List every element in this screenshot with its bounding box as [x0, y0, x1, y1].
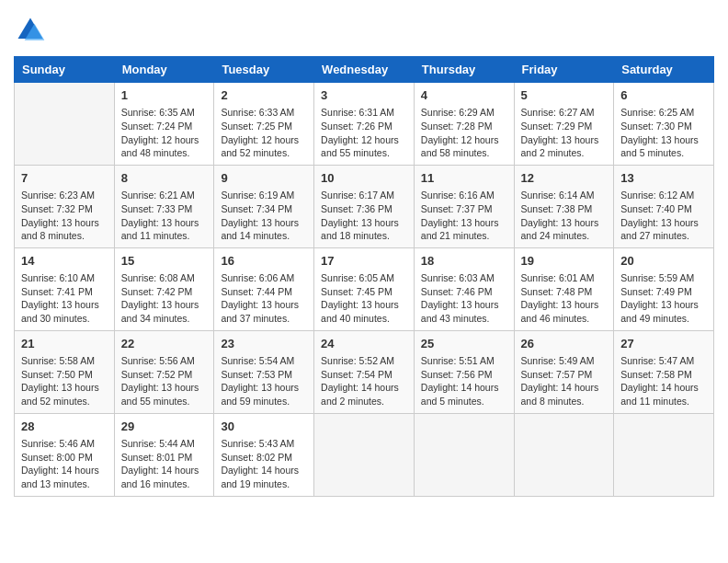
- day-header-saturday: Saturday: [614, 57, 714, 83]
- cell-content: Sunrise: 6:27 AM Sunset: 7:29 PM Dayligh…: [521, 106, 608, 160]
- cell-content: Sunrise: 5:52 AM Sunset: 7:54 PM Dayligh…: [321, 354, 407, 408]
- calendar-cell: 30Sunrise: 5:43 AM Sunset: 8:02 PM Dayli…: [214, 413, 314, 496]
- cell-content: Sunrise: 6:14 AM Sunset: 7:38 PM Dayligh…: [521, 189, 608, 243]
- day-header-monday: Monday: [114, 57, 214, 83]
- calendar-cell: 5Sunrise: 6:27 AM Sunset: 7:29 PM Daylig…: [514, 83, 614, 166]
- cell-content: Sunrise: 5:59 AM Sunset: 7:49 PM Dayligh…: [620, 271, 707, 326]
- cell-content: Sunrise: 6:31 AM Sunset: 7:26 PM Dayligh…: [321, 106, 407, 160]
- calendar-cell: 10Sunrise: 6:17 AM Sunset: 7:36 PM Dayli…: [314, 165, 415, 247]
- cell-content: Sunrise: 6:08 AM Sunset: 7:42 PM Dayligh…: [121, 271, 208, 326]
- header-row: SundayMondayTuesdayWednesdayThursdayFrid…: [15, 57, 714, 83]
- calendar-table: SundayMondayTuesdayWednesdayThursdayFrid…: [14, 56, 714, 497]
- calendar-cell: 24Sunrise: 5:52 AM Sunset: 7:54 PM Dayli…: [314, 330, 415, 413]
- calendar-cell: 13Sunrise: 6:12 AM Sunset: 7:40 PM Dayli…: [614, 165, 714, 247]
- calendar-cell: 2Sunrise: 6:33 AM Sunset: 7:25 PM Daylig…: [214, 83, 314, 166]
- week-row-5: 28Sunrise: 5:46 AM Sunset: 8:00 PM Dayli…: [15, 413, 714, 496]
- cell-content: Sunrise: 5:58 AM Sunset: 7:50 PM Dayligh…: [21, 354, 108, 408]
- calendar-cell: 29Sunrise: 5:44 AM Sunset: 8:01 PM Dayli…: [114, 413, 214, 496]
- day-number: 8: [121, 170, 208, 187]
- cell-content: Sunrise: 6:12 AM Sunset: 7:40 PM Dayligh…: [620, 189, 707, 243]
- cell-content: Sunrise: 6:23 AM Sunset: 7:32 PM Dayligh…: [21, 189, 108, 243]
- calendar-cell: 28Sunrise: 5:46 AM Sunset: 8:00 PM Dayli…: [15, 413, 115, 496]
- week-row-1: 1Sunrise: 6:35 AM Sunset: 7:24 PM Daylig…: [15, 83, 714, 166]
- day-header-tuesday: Tuesday: [214, 57, 314, 83]
- calendar-cell: 17Sunrise: 6:05 AM Sunset: 7:45 PM Dayli…: [314, 247, 415, 330]
- calendar-cell: 27Sunrise: 5:47 AM Sunset: 7:58 PM Dayli…: [614, 330, 714, 413]
- day-number: 21: [21, 336, 108, 352]
- cell-content: Sunrise: 6:10 AM Sunset: 7:41 PM Dayligh…: [21, 271, 108, 326]
- day-number: 2: [221, 87, 307, 104]
- cell-content: Sunrise: 6:33 AM Sunset: 7:25 PM Dayligh…: [221, 106, 307, 160]
- calendar-cell: 14Sunrise: 6:10 AM Sunset: 7:41 PM Dayli…: [15, 247, 115, 330]
- calendar-cell: 1Sunrise: 6:35 AM Sunset: 7:24 PM Daylig…: [114, 83, 214, 166]
- calendar-cell: 3Sunrise: 6:31 AM Sunset: 7:26 PM Daylig…: [314, 83, 415, 166]
- calendar-cell: 20Sunrise: 5:59 AM Sunset: 7:49 PM Dayli…: [614, 247, 714, 330]
- cell-content: Sunrise: 6:29 AM Sunset: 7:28 PM Dayligh…: [421, 106, 507, 160]
- calendar-cell: 4Sunrise: 6:29 AM Sunset: 7:28 PM Daylig…: [414, 83, 514, 166]
- cell-content: Sunrise: 6:05 AM Sunset: 7:45 PM Dayligh…: [321, 271, 407, 326]
- day-header-sunday: Sunday: [15, 57, 115, 83]
- day-number: 30: [221, 419, 307, 435]
- calendar-cell: [314, 413, 415, 496]
- day-number: 26: [521, 336, 608, 352]
- cell-content: Sunrise: 5:43 AM Sunset: 8:02 PM Dayligh…: [221, 437, 307, 491]
- cell-content: Sunrise: 6:35 AM Sunset: 7:24 PM Dayligh…: [121, 106, 208, 160]
- logo-icon: [14, 14, 47, 47]
- day-number: 5: [521, 87, 608, 104]
- day-header-thursday: Thursday: [414, 57, 514, 83]
- day-number: 12: [521, 170, 608, 187]
- day-number: 29: [121, 419, 208, 435]
- calendar-cell: 11Sunrise: 6:16 AM Sunset: 7:37 PM Dayli…: [414, 165, 514, 247]
- day-number: 3: [321, 87, 407, 104]
- cell-content: Sunrise: 5:49 AM Sunset: 7:57 PM Dayligh…: [521, 354, 608, 408]
- day-number: 14: [21, 253, 108, 270]
- calendar-cell: [15, 83, 115, 166]
- cell-content: Sunrise: 6:17 AM Sunset: 7:36 PM Dayligh…: [321, 189, 407, 243]
- calendar-cell: 9Sunrise: 6:19 AM Sunset: 7:34 PM Daylig…: [214, 165, 314, 247]
- calendar-cell: 19Sunrise: 6:01 AM Sunset: 7:48 PM Dayli…: [514, 247, 614, 330]
- calendar-cell: 18Sunrise: 6:03 AM Sunset: 7:46 PM Dayli…: [414, 247, 514, 330]
- calendar-cell: 26Sunrise: 5:49 AM Sunset: 7:57 PM Dayli…: [514, 330, 614, 413]
- calendar-cell: 25Sunrise: 5:51 AM Sunset: 7:56 PM Dayli…: [414, 330, 514, 413]
- cell-content: Sunrise: 6:06 AM Sunset: 7:44 PM Dayligh…: [221, 271, 307, 326]
- page-header: [14, 14, 714, 47]
- day-number: 27: [620, 336, 707, 352]
- day-header-wednesday: Wednesday: [314, 57, 415, 83]
- day-number: 23: [221, 336, 307, 352]
- calendar-cell: [614, 413, 714, 496]
- calendar-cell: 22Sunrise: 5:56 AM Sunset: 7:52 PM Dayli…: [114, 330, 214, 413]
- week-row-3: 14Sunrise: 6:10 AM Sunset: 7:41 PM Dayli…: [15, 247, 714, 330]
- day-number: 11: [421, 170, 507, 187]
- day-number: 1: [121, 87, 208, 104]
- calendar-cell: [514, 413, 614, 496]
- day-number: 24: [321, 336, 407, 352]
- day-number: 20: [620, 253, 707, 270]
- calendar-cell: 6Sunrise: 6:25 AM Sunset: 7:30 PM Daylig…: [614, 83, 714, 166]
- day-number: 22: [121, 336, 208, 352]
- day-number: 19: [521, 253, 608, 270]
- day-number: 25: [421, 336, 507, 352]
- logo: [14, 14, 51, 47]
- calendar-cell: 15Sunrise: 6:08 AM Sunset: 7:42 PM Dayli…: [114, 247, 214, 330]
- cell-content: Sunrise: 5:44 AM Sunset: 8:01 PM Dayligh…: [121, 437, 208, 491]
- cell-content: Sunrise: 6:03 AM Sunset: 7:46 PM Dayligh…: [421, 271, 507, 326]
- day-number: 17: [321, 253, 407, 270]
- cell-content: Sunrise: 6:16 AM Sunset: 7:37 PM Dayligh…: [421, 189, 507, 243]
- week-row-4: 21Sunrise: 5:58 AM Sunset: 7:50 PM Dayli…: [15, 330, 714, 413]
- cell-content: Sunrise: 6:01 AM Sunset: 7:48 PM Dayligh…: [521, 271, 608, 326]
- day-number: 6: [620, 87, 707, 104]
- day-number: 10: [321, 170, 407, 187]
- day-number: 16: [221, 253, 307, 270]
- day-number: 28: [21, 419, 108, 435]
- cell-content: Sunrise: 6:21 AM Sunset: 7:33 PM Dayligh…: [121, 189, 208, 243]
- cell-content: Sunrise: 5:51 AM Sunset: 7:56 PM Dayligh…: [421, 354, 507, 408]
- cell-content: Sunrise: 6:19 AM Sunset: 7:34 PM Dayligh…: [221, 189, 307, 243]
- day-header-friday: Friday: [514, 57, 614, 83]
- calendar-cell: 7Sunrise: 6:23 AM Sunset: 7:32 PM Daylig…: [15, 165, 115, 247]
- calendar-cell: 21Sunrise: 5:58 AM Sunset: 7:50 PM Dayli…: [15, 330, 115, 413]
- day-number: 9: [221, 170, 307, 187]
- day-number: 7: [21, 170, 108, 187]
- cell-content: Sunrise: 5:56 AM Sunset: 7:52 PM Dayligh…: [121, 354, 208, 408]
- day-number: 4: [421, 87, 507, 104]
- calendar-cell: 16Sunrise: 6:06 AM Sunset: 7:44 PM Dayli…: [214, 247, 314, 330]
